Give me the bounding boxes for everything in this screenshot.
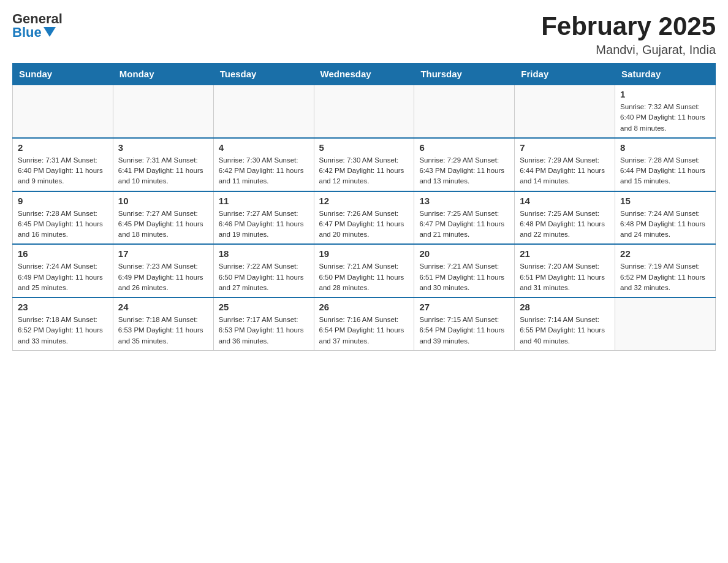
calendar-cell: 13Sunrise: 7:25 AM Sunset: 6:47 PM Dayli…: [414, 191, 515, 245]
calendar-cell: 15Sunrise: 7:24 AM Sunset: 6:48 PM Dayli…: [615, 191, 716, 245]
weekday-header-tuesday: Tuesday: [213, 64, 314, 85]
calendar-cell: [314, 85, 414, 138]
weekday-header-saturday: Saturday: [615, 64, 716, 85]
calendar-cell: 21Sunrise: 7:20 AM Sunset: 6:51 PM Dayli…: [515, 244, 615, 297]
day-info: Sunrise: 7:24 AM Sunset: 6:48 PM Dayligh…: [620, 209, 710, 240]
location-title: Mandvi, Gujarat, India: [541, 43, 716, 57]
day-info: Sunrise: 7:29 AM Sunset: 6:44 PM Dayligh…: [520, 155, 610, 187]
day-info: Sunrise: 7:17 AM Sunset: 6:53 PM Dayligh…: [219, 315, 309, 347]
calendar-week-row: 16Sunrise: 7:24 AM Sunset: 6:49 PM Dayli…: [13, 244, 716, 297]
calendar-cell: 11Sunrise: 7:27 AM Sunset: 6:46 PM Dayli…: [213, 191, 314, 245]
calendar-cell: 24Sunrise: 7:18 AM Sunset: 6:53 PM Dayli…: [113, 297, 213, 350]
day-number: 3: [118, 142, 208, 153]
day-info: Sunrise: 7:20 AM Sunset: 6:51 PM Dayligh…: [520, 261, 610, 293]
logo-triangle-icon: [44, 27, 56, 37]
day-number: 12: [319, 196, 409, 206]
weekday-header-friday: Friday: [515, 64, 615, 85]
calendar-cell: 16Sunrise: 7:24 AM Sunset: 6:49 PM Dayli…: [13, 244, 113, 297]
calendar-cell: 4Sunrise: 7:30 AM Sunset: 6:42 PM Daylig…: [213, 138, 314, 191]
day-info: Sunrise: 7:16 AM Sunset: 6:54 PM Dayligh…: [319, 315, 409, 347]
calendar-table: SundayMondayTuesdayWednesdayThursdayFrid…: [12, 63, 716, 351]
day-info: Sunrise: 7:14 AM Sunset: 6:55 PM Dayligh…: [520, 315, 610, 347]
calendar-cell: 22Sunrise: 7:19 AM Sunset: 6:52 PM Dayli…: [615, 244, 716, 297]
day-info: Sunrise: 7:26 AM Sunset: 6:47 PM Dayligh…: [319, 209, 409, 240]
day-number: 18: [219, 248, 309, 259]
calendar-cell: [113, 85, 213, 138]
weekday-header-monday: Monday: [113, 64, 213, 85]
day-number: 15: [620, 196, 710, 206]
weekday-header-row: SundayMondayTuesdayWednesdayThursdayFrid…: [13, 64, 716, 85]
day-number: 24: [118, 302, 208, 312]
calendar-cell: 14Sunrise: 7:25 AM Sunset: 6:48 PM Dayli…: [515, 191, 615, 245]
logo-blue-text: Blue: [12, 26, 56, 39]
calendar-cell: 7Sunrise: 7:29 AM Sunset: 6:44 PM Daylig…: [515, 138, 615, 191]
calendar-header: SundayMondayTuesdayWednesdayThursdayFrid…: [13, 64, 716, 85]
day-info: Sunrise: 7:18 AM Sunset: 6:53 PM Dayligh…: [118, 315, 208, 347]
calendar-week-row: 23Sunrise: 7:18 AM Sunset: 6:52 PM Dayli…: [13, 297, 716, 350]
calendar-cell: 28Sunrise: 7:14 AM Sunset: 6:55 PM Dayli…: [515, 297, 615, 350]
calendar-cell: 1Sunrise: 7:32 AM Sunset: 6:40 PM Daylig…: [615, 85, 716, 138]
day-number: 14: [520, 196, 610, 206]
calendar-cell: [414, 85, 515, 138]
logo-general-text: General: [12, 12, 63, 26]
calendar-cell: 8Sunrise: 7:28 AM Sunset: 6:44 PM Daylig…: [615, 138, 716, 191]
calendar-cell: 25Sunrise: 7:17 AM Sunset: 6:53 PM Dayli…: [213, 297, 314, 350]
calendar-cell: 9Sunrise: 7:28 AM Sunset: 6:45 PM Daylig…: [13, 191, 113, 245]
day-info: Sunrise: 7:30 AM Sunset: 6:42 PM Dayligh…: [319, 155, 409, 187]
calendar-cell: 3Sunrise: 7:31 AM Sunset: 6:41 PM Daylig…: [113, 138, 213, 191]
day-info: Sunrise: 7:21 AM Sunset: 6:50 PM Dayligh…: [319, 261, 409, 293]
calendar-week-row: 1Sunrise: 7:32 AM Sunset: 6:40 PM Daylig…: [13, 85, 716, 138]
day-number: 28: [520, 302, 610, 312]
day-number: 11: [219, 196, 309, 206]
day-info: Sunrise: 7:15 AM Sunset: 6:54 PM Dayligh…: [419, 315, 509, 347]
day-number: 6: [419, 142, 509, 153]
page-header: General Blue February 2025 Mandvi, Gujar…: [12, 12, 716, 57]
calendar-cell: 20Sunrise: 7:21 AM Sunset: 6:51 PM Dayli…: [414, 244, 515, 297]
title-block: February 2025 Mandvi, Gujarat, India: [541, 12, 716, 57]
day-info: Sunrise: 7:27 AM Sunset: 6:46 PM Dayligh…: [219, 209, 309, 240]
calendar-body: 1Sunrise: 7:32 AM Sunset: 6:40 PM Daylig…: [13, 85, 716, 350]
weekday-header-thursday: Thursday: [414, 64, 515, 85]
calendar-cell: 10Sunrise: 7:27 AM Sunset: 6:45 PM Dayli…: [113, 191, 213, 245]
weekday-header-sunday: Sunday: [13, 64, 113, 85]
day-number: 27: [419, 302, 509, 312]
day-info: Sunrise: 7:25 AM Sunset: 6:47 PM Dayligh…: [419, 209, 509, 240]
logo: General Blue: [12, 12, 63, 39]
day-number: 1: [620, 89, 710, 99]
day-number: 13: [419, 196, 509, 206]
day-info: Sunrise: 7:23 AM Sunset: 6:49 PM Dayligh…: [118, 261, 208, 293]
calendar-cell: [615, 297, 716, 350]
day-info: Sunrise: 7:32 AM Sunset: 6:40 PM Dayligh…: [620, 102, 710, 134]
calendar-cell: 6Sunrise: 7:29 AM Sunset: 6:43 PM Daylig…: [414, 138, 515, 191]
calendar-cell: 12Sunrise: 7:26 AM Sunset: 6:47 PM Dayli…: [314, 191, 414, 245]
day-info: Sunrise: 7:31 AM Sunset: 6:41 PM Dayligh…: [118, 155, 208, 187]
calendar-cell: 5Sunrise: 7:30 AM Sunset: 6:42 PM Daylig…: [314, 138, 414, 191]
day-number: 5: [319, 142, 409, 153]
day-info: Sunrise: 7:19 AM Sunset: 6:52 PM Dayligh…: [620, 261, 710, 293]
calendar-cell: [13, 85, 113, 138]
calendar-cell: 23Sunrise: 7:18 AM Sunset: 6:52 PM Dayli…: [13, 297, 113, 350]
calendar-week-row: 2Sunrise: 7:31 AM Sunset: 6:40 PM Daylig…: [13, 138, 716, 191]
day-number: 26: [319, 302, 409, 312]
day-number: 23: [18, 302, 108, 312]
day-number: 9: [18, 196, 108, 206]
calendar-cell: 19Sunrise: 7:21 AM Sunset: 6:50 PM Dayli…: [314, 244, 414, 297]
day-info: Sunrise: 7:18 AM Sunset: 6:52 PM Dayligh…: [18, 315, 108, 347]
day-number: 10: [118, 196, 208, 206]
calendar-cell: 18Sunrise: 7:22 AM Sunset: 6:50 PM Dayli…: [213, 244, 314, 297]
day-info: Sunrise: 7:21 AM Sunset: 6:51 PM Dayligh…: [419, 261, 509, 293]
calendar-cell: 26Sunrise: 7:16 AM Sunset: 6:54 PM Dayli…: [314, 297, 414, 350]
day-number: 7: [520, 142, 610, 153]
day-info: Sunrise: 7:24 AM Sunset: 6:49 PM Dayligh…: [18, 261, 108, 293]
calendar-week-row: 9Sunrise: 7:28 AM Sunset: 6:45 PM Daylig…: [13, 191, 716, 245]
day-number: 19: [319, 248, 409, 259]
day-number: 20: [419, 248, 509, 259]
day-info: Sunrise: 7:29 AM Sunset: 6:43 PM Dayligh…: [419, 155, 509, 187]
day-info: Sunrise: 7:30 AM Sunset: 6:42 PM Dayligh…: [219, 155, 309, 187]
month-title: February 2025: [541, 12, 716, 40]
day-number: 16: [18, 248, 108, 259]
day-info: Sunrise: 7:28 AM Sunset: 6:44 PM Dayligh…: [620, 155, 710, 187]
day-number: 8: [620, 142, 710, 153]
day-info: Sunrise: 7:27 AM Sunset: 6:45 PM Dayligh…: [118, 209, 208, 240]
day-number: 21: [520, 248, 610, 259]
